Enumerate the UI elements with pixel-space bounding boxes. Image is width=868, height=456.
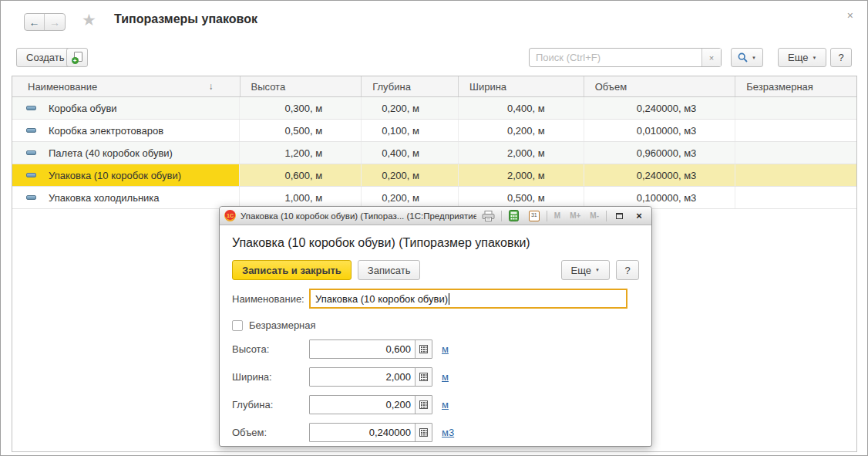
back-arrow-icon: ← [29,16,40,29]
volume-calc-button[interactable] [415,424,432,441]
cell-volume[interactable]: 0,240000, м3 [584,164,736,186]
cell-dimensionless[interactable] [735,164,856,186]
memory-m-button[interactable]: M [552,211,563,220]
calc-grid-icon [419,428,428,437]
forward-button[interactable]: → [45,14,65,30]
row-name-label: Коробка обуви [49,103,117,114]
cell-volume[interactable]: 0,010000, м3 [584,120,736,141]
cell-volume[interactable]: 0,240000, м3 [584,97,736,119]
more-label: Еще [571,265,591,276]
row-name-label: Коробка электротоваров [49,125,163,137]
cell-name[interactable]: Коробка электротоваров [12,120,240,141]
column-header-dimensionless[interactable]: Безразмерная [735,76,856,96]
column-header-width[interactable]: Ширина [459,76,584,96]
volume-input[interactable]: 0,240000 [309,423,432,442]
dimensionless-checkbox[interactable] [232,320,243,331]
page-close-icon[interactable]: × [847,9,853,22]
column-header-height[interactable]: Высота [241,76,362,96]
dialog-titlebar[interactable]: 1С Упаковка (10 коробок обуви) (Типораз.… [220,207,651,225]
height-calc-button[interactable] [415,340,432,358]
table-row[interactable]: Палета (40 коробок обуви) 1,200, м 0,400… [12,142,856,164]
forward-arrow-icon: → [49,16,60,29]
plus-badge-icon: + [72,57,79,64]
height-unit-link[interactable]: м [442,343,449,355]
cell-dimensionless[interactable] [735,120,856,141]
help-button[interactable]: ? [830,48,852,67]
cell-volume[interactable]: 0,100000, м3 [584,187,736,208]
favorite-star-icon[interactable]: ★ [82,11,96,29]
cell-width[interactable]: 0,500, м [459,187,584,208]
search-settings-button[interactable]: ▼ [731,48,763,67]
dialog-help-button[interactable]: ? [616,260,639,280]
cell-width[interactable]: 0,400, м [459,97,584,119]
save-close-button[interactable]: Записать и закрыть [232,260,352,280]
cell-height[interactable]: 1,200, м [240,142,362,164]
width-label: Ширина: [232,371,309,383]
height-value: 0,600 [310,340,415,358]
calculator-button[interactable] [506,209,522,223]
more-label: Еще [788,52,808,63]
cell-volume[interactable]: 0,960000, м3 [584,142,736,164]
calendar-button[interactable]: 31 [527,209,542,223]
volume-field-row: Объем: 0,240000 м3 [232,423,639,442]
search-input[interactable] [530,49,701,66]
new-item-icon-button[interactable]: + [66,48,88,67]
row-name-label: Упаковка холодильника [49,192,160,204]
cell-dimensionless[interactable] [735,142,856,164]
chevron-down-icon: ▼ [812,56,816,60]
cell-name[interactable]: Упаковка холодильника [12,187,240,208]
back-button[interactable]: ← [25,14,45,30]
cell-depth[interactable]: 0,200, м [362,97,459,119]
depth-label: Глубина: [232,399,309,410]
cell-width[interactable]: 0,200, м [459,120,584,141]
cell-name[interactable]: Палета (40 коробок обуви) [12,142,240,164]
column-header-name[interactable]: Наименование ↓ [12,76,241,96]
list-item-icon [26,195,36,200]
print-button[interactable] [481,209,496,223]
cell-depth[interactable]: 0,400, м [362,142,459,164]
dialog-title: Упаковка (10 коробок обуви) (Типораз... … [241,211,476,221]
memory-mplus-button[interactable]: M+ [567,211,583,220]
width-unit-link[interactable]: м [442,371,449,383]
volume-unit-link[interactable]: м3 [442,427,454,438]
dialog-more-button[interactable]: Еще ▼ [561,260,610,280]
cell-depth[interactable]: 0,200, м [362,187,459,208]
cell-height[interactable]: 0,300, м [240,97,362,119]
cell-depth[interactable]: 0,200, м [362,164,459,186]
width-calc-button[interactable] [415,368,432,386]
depth-calc-button[interactable] [415,396,432,414]
cell-width[interactable]: 2,000, м [459,142,584,164]
table-row-selected[interactable]: Упаковка (10 коробок обуви) 0,600, м 0,2… [12,164,856,187]
cell-depth[interactable]: 0,100, м [362,120,459,141]
cell-height[interactable]: 0,600, м [240,164,362,186]
dialog-close-button[interactable]: × [631,209,647,223]
column-header-depth[interactable]: Глубина [362,76,459,96]
search-box: × [529,48,722,67]
cell-name[interactable]: Коробка обуви [12,97,240,119]
cell-width[interactable]: 2,000, м [459,164,584,186]
depth-unit-link[interactable]: м [442,399,449,410]
height-label: Высота: [232,343,309,355]
sort-desc-icon: ↓ [209,81,214,92]
calendar-day-label: 31 [530,211,539,218]
table-row[interactable]: Коробка электротоваров 0,500, м 0,100, м… [12,120,856,142]
cell-dimensionless[interactable] [735,187,856,208]
width-input[interactable]: 2,000 [309,367,432,387]
height-input[interactable]: 0,600 [309,339,432,359]
more-button[interactable]: Еще ▼ [778,48,826,67]
memory-mminus-button[interactable]: M- [587,211,601,220]
table-row[interactable]: Коробка обуви 0,300, м 0,200, м 0,400, м… [12,97,856,120]
cell-height[interactable]: 1,000, м [240,187,362,208]
maximize-button[interactable] [611,209,627,223]
column-header-volume[interactable]: Объем [584,76,736,96]
name-input[interactable]: Упаковка (10 коробок обуви) [309,289,627,309]
width-value: 2,000 [310,368,415,386]
save-button[interactable]: Записать [358,260,421,280]
calendar-icon: 31 [529,211,540,221]
table-header-row: Наименование ↓ Высота Глубина Ширина Объ… [12,76,856,97]
cell-name[interactable]: Упаковка (10 коробок обуви) [12,164,240,186]
cell-dimensionless[interactable] [735,97,856,119]
search-clear-icon[interactable]: × [701,49,721,66]
depth-input[interactable]: 0,200 [309,395,432,414]
cell-height[interactable]: 0,500, м [240,120,362,141]
